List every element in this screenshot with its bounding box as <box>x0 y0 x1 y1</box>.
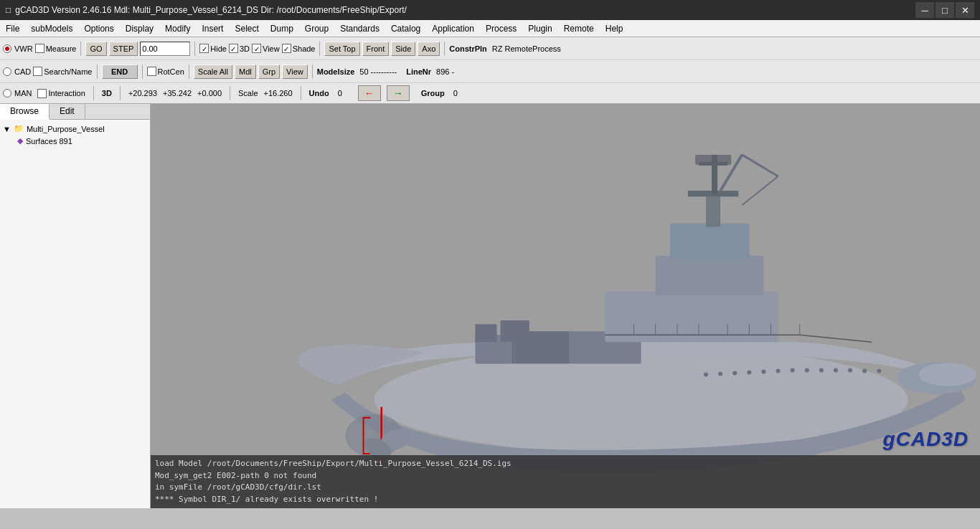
rotcen-label: RotCen <box>158 67 184 76</box>
end-button[interactable]: END <box>102 65 138 79</box>
menu-item-options[interactable]: Options <box>78 20 119 37</box>
front-button[interactable]: Front <box>362 42 390 56</box>
z-val: +0.000 <box>197 89 222 97</box>
console-line-1: load Model /root/Documents/FreeShip/Expo… <box>155 458 976 470</box>
undo-val: 0 <box>338 89 352 97</box>
side-button[interactable]: Side <box>391 42 415 56</box>
shade-check: Shade <box>282 44 316 53</box>
close-button[interactable]: ✕ <box>956 2 974 18</box>
svg-rect-42 <box>501 320 529 342</box>
titlebar-controls: ─ □ ✕ <box>915 2 974 18</box>
sep7 <box>189 65 189 79</box>
mdl-button[interactable]: Mdl <box>235 65 256 79</box>
sep10 <box>120 86 121 100</box>
man-radio[interactable] <box>3 89 11 97</box>
surfaces-label: Surfaces 891 <box>26 137 72 146</box>
viewport[interactable]: load Model /root/Documents/FreeShip/Expo… <box>151 104 980 508</box>
view-btn2[interactable]: View <box>282 65 308 79</box>
svg-point-32 <box>791 368 795 372</box>
menu-item-plugin[interactable]: Plugin <box>522 20 557 37</box>
menu-item-catalog[interactable]: Catalog <box>385 20 426 37</box>
view3d-label: 3D <box>240 44 250 53</box>
rotcen-checkbox[interactable] <box>147 67 156 76</box>
axo-button[interactable]: Axo <box>418 42 440 56</box>
sep1 <box>80 42 81 56</box>
hide-checkbox[interactable] <box>199 44 209 53</box>
settop-button[interactable]: Set Top <box>324 42 359 56</box>
scale-label: Scale <box>238 89 258 97</box>
svg-point-38 <box>877 368 881 373</box>
interaction-checkbox[interactable] <box>37 89 47 98</box>
left-panel: Browse Edit ▼ 📁 Multi_Purpose_Vessel ◆ S… <box>0 104 151 508</box>
minimize-button[interactable]: ─ <box>915 2 934 18</box>
svg-point-35 <box>834 368 838 372</box>
modelsize-label: Modelsize <box>317 67 355 76</box>
shade-label: Shade <box>293 44 316 53</box>
mode-3d-label: 3D <box>102 89 112 97</box>
surface-icon: ◆ <box>17 136 23 146</box>
menu-item-dump[interactable]: Dump <box>265 20 299 37</box>
linenr-val: 896 - <box>436 67 454 76</box>
sep8 <box>312 65 313 79</box>
app-icon: □ <box>6 5 11 15</box>
menu-item-modify[interactable]: Modify <box>159 20 196 37</box>
value-input[interactable] <box>140 42 190 56</box>
go-button[interactable]: GO <box>85 42 106 56</box>
view-checkbox[interactable] <box>252 44 261 53</box>
undo-forward-button[interactable]: → <box>387 85 410 101</box>
measure-checkbox[interactable] <box>35 44 44 53</box>
y-val: +35.242 <box>163 89 192 97</box>
svg-point-27 <box>718 371 722 376</box>
group-label: Group <box>421 89 445 97</box>
constrpln-val: RZ RemoteProcess <box>492 44 561 53</box>
svg-point-29 <box>747 370 751 374</box>
view3d-checkbox[interactable] <box>229 44 238 53</box>
measure-label: Measure <box>46 44 77 53</box>
menu-item-select[interactable]: Select <box>229 20 264 37</box>
searchname-checkbox[interactable] <box>33 67 42 76</box>
svg-rect-41 <box>475 324 496 342</box>
group-val: 0 <box>453 89 458 97</box>
linenr-label: LineNr <box>406 67 431 76</box>
searchname-label: Search/Name <box>44 67 92 76</box>
menu-item-insert[interactable]: Insert <box>196 20 229 37</box>
tree-expand-icon: ▼ <box>3 125 11 133</box>
menu-item-submodels[interactable]: subModels <box>25 20 78 37</box>
console-line-2: Mod_sym_get2 E002-path 0 not found <box>155 470 976 482</box>
hide-label: Hide <box>210 44 227 53</box>
menu-item-process[interactable]: Process <box>480 20 522 37</box>
undo-back-button[interactable]: ← <box>358 85 381 101</box>
tab-edit[interactable]: Edit <box>50 104 85 119</box>
tree-model-item[interactable]: ▼ 📁 Multi_Purpose_Vessel <box>3 123 147 135</box>
grp-button[interactable]: Grp <box>258 65 280 79</box>
restore-button[interactable]: □ <box>936 2 954 18</box>
menu-item-application[interactable]: Application <box>426 20 480 37</box>
menu-item-help[interactable]: Help <box>600 20 629 37</box>
searchname-check: Search/Name <box>33 67 92 76</box>
tree-surfaces-item[interactable]: ◆ Surfaces 891 <box>3 135 147 147</box>
tab-browse[interactable]: Browse <box>0 104 50 120</box>
scaleall-button[interactable]: Scale All <box>194 65 232 79</box>
vwr-radio[interactable] <box>3 44 11 53</box>
folder-icon: 📁 <box>14 124 24 133</box>
titlebar-left: □ gCAD3D Version 2.46.16 Mdl: Multi_Purp… <box>6 5 407 15</box>
menu-item-file[interactable]: File <box>0 20 25 37</box>
toolbar: VWR Measure GO STEP Hide 3D View Shade S… <box>0 37 980 104</box>
sep9 <box>93 86 94 100</box>
menu-item-remote[interactable]: Remote <box>558 20 600 37</box>
shade-checkbox[interactable] <box>282 44 291 53</box>
step-button[interactable]: STEP <box>109 42 138 56</box>
modelsize-val: 50 ---------- <box>359 67 397 76</box>
interaction-label: Interaction <box>48 89 85 97</box>
x-val: +20.293 <box>128 89 157 97</box>
menu-item-group[interactable]: Group <box>299 20 334 37</box>
menu-item-standards[interactable]: Standards <box>334 20 385 37</box>
console-line-4: **** Symbol DIR_1/ already exists overwr… <box>155 494 976 506</box>
main-area: Browse Edit ▼ 📁 Multi_Purpose_Vessel ◆ S… <box>0 104 980 508</box>
sep5 <box>97 65 98 79</box>
cad-radio[interactable] <box>3 67 11 76</box>
svg-point-40 <box>919 363 976 386</box>
menu-item-display[interactable]: Display <box>120 20 159 37</box>
constrpln-label: ConstrPln <box>449 44 487 53</box>
console-area: load Model /root/Documents/FreeShip/Expo… <box>151 455 980 508</box>
